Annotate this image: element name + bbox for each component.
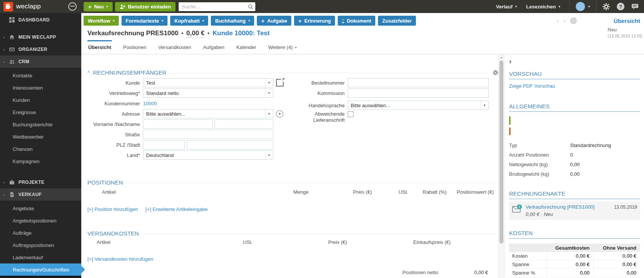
- record-state-box: ‹ › ↑ Übersicht Neu (13.05.2019 12:09, ): [557, 17, 640, 38]
- kundennummer-link[interactable]: 10000: [143, 101, 157, 106]
- caret-down-icon[interactable]: ▾: [265, 151, 273, 159]
- vorname-input[interactable]: [143, 119, 213, 129]
- kunde-select[interactable]: Test ▾: [143, 78, 273, 87]
- stadt-input[interactable]: [187, 140, 273, 149]
- scrollbar-thumb[interactable]: [499, 61, 503, 244]
- kommission-input[interactable]: [348, 88, 489, 98]
- search-icon[interactable]: [248, 4, 253, 11]
- prev-record-icon[interactable]: ‹: [557, 18, 559, 24]
- add-erinnerung-button[interactable]: + Erinnerung: [294, 16, 335, 26]
- kopfrabatt-button[interactable]: Kopfrabatt ▾: [170, 16, 208, 26]
- sidebar-item-ladenverkauf[interactable]: Ladenverkauf: [0, 251, 81, 263]
- scroll-top-icon[interactable]: ↑: [570, 17, 577, 24]
- verlauf-menu[interactable]: Verlauf ▾: [496, 4, 517, 10]
- sidebar-item-ereignisse[interactable]: Ereignisse: [0, 106, 81, 118]
- sidebar-item-kunden[interactable]: Kunden: [0, 94, 81, 106]
- adresse-select[interactable]: Bitte auswählen... ▾: [143, 109, 273, 118]
- invite-user-button[interactable]: Benutzer einladen: [115, 2, 176, 11]
- upload-icon: ↑: [342, 18, 344, 23]
- neu-button[interactable]: + Neu ▾: [84, 2, 113, 11]
- divider: [569, 0, 570, 13]
- settings-gear-icon[interactable]: [603, 3, 610, 10]
- pdf-preview-link[interactable]: Zeige PDF Vorschau: [509, 83, 555, 89]
- sidebar-item-chancen[interactable]: Chancen: [0, 143, 81, 155]
- upload-dokument-button[interactable]: ↑ Dokument: [338, 16, 375, 26]
- search-input[interactable]: [179, 2, 255, 11]
- collapse-sidebar-icon[interactable]: [68, 2, 77, 11]
- strasse-input[interactable]: [143, 130, 273, 139]
- collapse-section-icon[interactable]: ^: [87, 70, 90, 75]
- akte-document-link[interactable]: Verkaufsrechnung [PRES1000]: [526, 204, 595, 210]
- land-label: Land*: [87, 152, 140, 158]
- positionen-table-header: Artikel Menge Preis (€) USt. Rabatt (%) …: [87, 189, 498, 195]
- plz-input[interactable]: [143, 140, 185, 149]
- sidebar-item-angebote[interactable]: Angebote: [0, 202, 81, 214]
- chat-icon[interactable]: [631, 3, 639, 10]
- help-icon[interactable]: ?: [617, 3, 624, 10]
- chevron-right-icon: ▸: [3, 36, 5, 39]
- bullet-separator: •: [181, 30, 183, 36]
- weclapp-logo-icon: [3, 2, 13, 11]
- caret-down-icon[interactable]: ▾: [480, 101, 488, 110]
- chevron-up-icon: ▴: [3, 193, 5, 196]
- vertriebsweg-select[interactable]: Standard netto ▾: [143, 88, 273, 98]
- extended-article-entry-link[interactable]: [+] Erweiterte Artikeleingabe: [146, 206, 208, 212]
- plus-icon: +: [88, 4, 92, 10]
- sidebar-item-dashboard[interactable]: DASHBOARD: [0, 14, 81, 26]
- tab-aufgaben[interactable]: Aufgaben: [202, 40, 225, 54]
- chevron-right-icon: ▸: [3, 181, 5, 184]
- sidebar-group-verkauf[interactable]: ▴ VERKAUF: [0, 188, 81, 201]
- sidebar-item-auftragspositionen[interactable]: Auftragspositionen: [0, 239, 81, 251]
- add-aufgabe-button[interactable]: + Aufgabe: [257, 16, 291, 26]
- sidebar-item-kampagnen[interactable]: Kampagnen: [0, 155, 81, 167]
- caret-down-icon: ▾: [162, 19, 164, 23]
- avatar[interactable]: [576, 2, 585, 11]
- nachname-input[interactable]: [215, 119, 273, 129]
- next-record-icon[interactable]: ›: [564, 18, 566, 24]
- scroll-up-icon[interactable]: ▲: [499, 56, 504, 59]
- customer-link[interactable]: Kunde 10000: Test: [212, 29, 269, 37]
- sidebar-item-angebotspositionen[interactable]: Angebotspositionen: [0, 214, 81, 227]
- topbar-right: Verlauf ▾ Lesezeichen ▾ ▾: [496, 0, 644, 13]
- tab-weitere[interactable]: Weitere (4) ▾: [267, 40, 297, 54]
- sidebar-group-crm[interactable]: ▴ CRM: [0, 56, 81, 68]
- invoice-amount[interactable]: 0,00 €: [186, 29, 204, 38]
- bestellnummer-input[interactable]: [348, 78, 489, 87]
- workflow-button[interactable]: Workflow ▾: [84, 16, 119, 26]
- sidebar-item-interessenten[interactable]: Interessenten: [0, 82, 81, 94]
- briefcase-icon: [9, 180, 15, 185]
- vertical-scrollbar[interactable]: ▲: [498, 54, 504, 278]
- formulartexte-button[interactable]: Formulartexte ▾: [122, 16, 168, 26]
- vertriebsweg-label: Vertriebsweg*: [87, 90, 140, 96]
- handelssprache-select[interactable]: Bitte auswählen... ▾: [348, 101, 489, 110]
- tab-versandkosten[interactable]: Versandkosten: [158, 40, 192, 54]
- sidebar-item-organizer[interactable]: ▸ ORGANIZER: [0, 43, 81, 56]
- record-tabs: Übersicht Positionen Versandkosten Aufga…: [87, 40, 297, 54]
- sidebar-item-auftraege[interactable]: Aufträge: [0, 227, 81, 239]
- akte-list-item[interactable]: € Verkaufsrechnung [PRES1000] 13.05.2019…: [509, 201, 640, 220]
- add-position-link[interactable]: [+] Position hinzufügen: [87, 206, 138, 212]
- sidebar-item-buchungsberichte[interactable]: Buchungsberichte: [0, 118, 81, 131]
- sidebar-item-mein-weclapp[interactable]: ▸ MEIN WECLAPP: [0, 31, 81, 43]
- weclapp-app: weclapp + Neu ▾ Benutzer einladen: [0, 0, 644, 278]
- sidebar-item-wettbewerber[interactable]: Wettbewerber: [0, 131, 81, 143]
- user-menu[interactable]: ▾: [576, 2, 590, 11]
- caret-down-icon: ▾: [248, 19, 250, 23]
- sidebar-item-rechnungen-gutschriften[interactable]: Rechnungen/Gutschriften: [0, 263, 81, 276]
- info-row: Bruttogewicht (kg) 0,00: [509, 169, 640, 179]
- document-icon: [9, 192, 15, 197]
- abweichende-lieferanschrift-checkbox[interactable]: [348, 111, 353, 117]
- sidebar-item-kontakte[interactable]: Kontakte: [0, 69, 81, 82]
- collapse-panel-icon[interactable]: ›: [509, 57, 515, 65]
- tab-uebersicht[interactable]: Übersicht: [87, 40, 112, 54]
- add-versandkosten-link[interactable]: [+] Versandkosten hinzufügen: [87, 256, 153, 262]
- lesezeichen-menu[interactable]: Lesezeichen ▾: [526, 4, 560, 10]
- tab-kalender[interactable]: Kalender: [235, 40, 257, 54]
- section-settings-gear-icon[interactable]: [493, 70, 498, 75]
- zusatzfelder-button[interactable]: Zusatzfelder: [378, 16, 416, 26]
- buchhaltung-button[interactable]: Buchhaltung ▾: [211, 16, 254, 26]
- land-select[interactable]: Deutschland ▾: [143, 150, 273, 160]
- tab-positionen[interactable]: Positionen: [122, 40, 147, 54]
- sidebar-group-projekte[interactable]: ▸ PROJEKTE: [0, 176, 81, 188]
- chevron-up-icon: ▴: [3, 60, 5, 64]
